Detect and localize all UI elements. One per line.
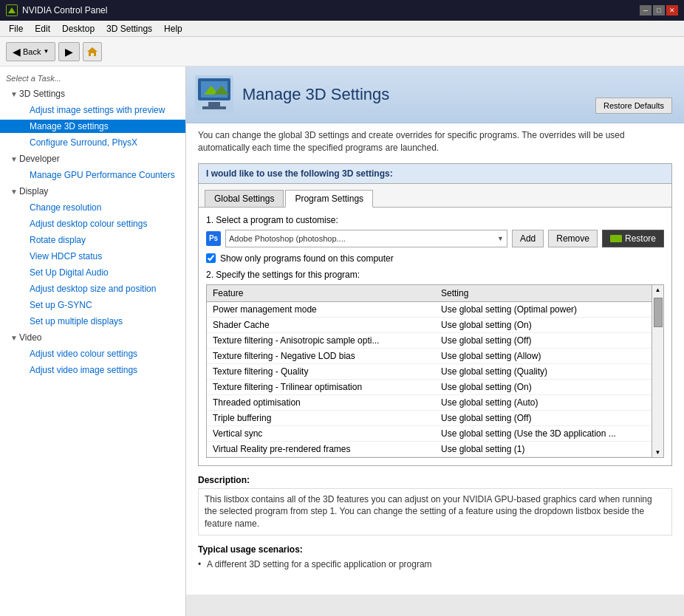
table-cell-feature: Power management mode	[207, 301, 435, 317]
back-label: Back	[23, 47, 41, 56]
tab-global-settings[interactable]: Global Settings	[205, 190, 284, 207]
tree-item-video-colour[interactable]: Adjust video colour settings	[0, 346, 185, 362]
table-row[interactable]: Texture filtering - Trilinear optimisati…	[207, 379, 663, 394]
settings-box: I would like to use the following 3D set…	[198, 163, 672, 466]
table-row[interactable]: Shader CacheUse global setting (On)	[207, 317, 663, 332]
menu-edit[interactable]: Edit	[29, 22, 56, 35]
back-button[interactable]: ◀ Back ▼	[6, 42, 55, 61]
table-scrollbar[interactable]: ▲ ▼	[651, 285, 663, 457]
dropdown-arrow-icon: ▼	[497, 235, 504, 242]
tree-label-manage-3d: Manage 3D settings	[30, 121, 109, 131]
tree-label-video-image: Adjust video image settings	[30, 365, 137, 375]
tree-label-desktop-size: Adjust desktop size and position	[30, 284, 156, 294]
add-button[interactable]: Add	[512, 230, 544, 247]
photoshop-icon: Ps	[206, 231, 221, 246]
tree-item-adjust-desktop-colour[interactable]: Adjust desktop colour settings	[0, 216, 185, 232]
home-icon	[86, 46, 98, 58]
tree-item-manage-gpu[interactable]: Manage GPU Performance Counters	[0, 167, 185, 183]
tree-item-adjust-image[interactable]: Adjust image settings with preview	[0, 102, 185, 118]
usage-section: Typical usage scenarios: A different 3D …	[198, 544, 672, 569]
tree-item-gsync[interactable]: Set up G-SYNC	[0, 297, 185, 313]
maximize-button[interactable]: □	[653, 5, 665, 16]
tree-item-configure-surround[interactable]: Configure Surround, PhysX	[0, 134, 185, 151]
menu-3d-settings[interactable]: 3D Settings	[100, 22, 158, 35]
expand-icon-display: ▼	[9, 188, 19, 196]
table-row[interactable]: Texture filtering - Anisotropic sample o…	[207, 332, 663, 348]
tree-item-manage-3d[interactable]: Manage 3D settings	[0, 118, 185, 134]
scrollbar-thumb[interactable]	[654, 298, 663, 327]
table-cell-feature: Texture filtering - Anisotropic sample o…	[207, 332, 435, 348]
tree-item-desktop-size[interactable]: Adjust desktop size and position	[0, 281, 185, 297]
table-row[interactable]: Virtual Reality pre-rendered framesUse g…	[207, 441, 663, 456]
table-row[interactable]: Power management modeUse global setting …	[207, 301, 663, 317]
table-cell-feature: Threaded optimisation	[207, 394, 435, 410]
page-title: Manage 3D Settings	[242, 85, 586, 104]
tab-program-settings[interactable]: Program Settings	[285, 190, 373, 208]
table-header-setting: Setting	[435, 285, 651, 302]
description-label: Description:	[198, 475, 672, 485]
tree-item-video-image[interactable]: Adjust video image settings	[0, 362, 185, 378]
tree-label-gsync: Set up G-SYNC	[30, 300, 92, 310]
table-cell-setting: Use global setting (Use the 3D applicati…	[435, 425, 651, 441]
show-only-checkbox[interactable]	[206, 253, 216, 263]
page-header-icon	[195, 75, 233, 114]
table-row[interactable]: Vertical syncUse global setting (Use the…	[207, 425, 663, 441]
content-description: You can change the global 3D settings an…	[198, 123, 672, 163]
tree-item-view-hdcp[interactable]: View HDCP status	[0, 248, 185, 264]
menu-file[interactable]: File	[3, 22, 29, 35]
tree-item-developer[interactable]: ▼ Developer	[0, 151, 185, 167]
table-cell-setting: Use global setting (1)	[435, 441, 651, 456]
tab-content-program: 1. Select a program to customise: Ps Ado…	[199, 208, 671, 465]
table-cell-setting: Use global setting (On)	[435, 379, 651, 394]
table-cell-feature: Texture filtering - Quality	[207, 363, 435, 379]
table-row[interactable]: Texture filtering - QualityUse global se…	[207, 363, 663, 379]
tabs-container: Global Settings Program Settings	[199, 184, 671, 208]
program-dropdown[interactable]: Adobe Photoshop (photoshop.... ▼	[225, 230, 507, 247]
tree-label-configure-surround: Configure Surround, PhysX	[30, 137, 137, 148]
usage-label: Typical usage scenarios:	[198, 544, 672, 555]
settings-table-container: Feature Setting Power management modeUse…	[206, 284, 664, 458]
table-cell-feature: Texture filtering - Trilinear optimisati…	[207, 379, 435, 394]
home-button[interactable]	[83, 42, 102, 61]
tree-item-display[interactable]: ▼ Display	[0, 183, 185, 199]
menu-help[interactable]: Help	[158, 22, 188, 35]
tree-item-multiple-displays[interactable]: Set up multiple displays	[0, 313, 185, 329]
table-row[interactable]: Threaded optimisationUse global setting …	[207, 394, 663, 410]
table-row[interactable]: Triple bufferingUse global setting (Off)	[207, 410, 663, 425]
tree-label-digital-audio: Set Up Digital Audio	[30, 267, 109, 278]
settings-table: Feature Setting Power management modeUse…	[207, 285, 663, 457]
checkbox-row: Show only programs found on this compute…	[206, 253, 664, 264]
forward-button[interactable]: ▶	[58, 42, 80, 61]
svg-rect-8	[208, 102, 220, 106]
scrollbar-up-arrow[interactable]: ▲	[654, 285, 663, 295]
expand-icon-dev: ▼	[9, 155, 19, 163]
restore-button[interactable]: Restore	[602, 230, 664, 247]
table-cell-setting: Use global setting (Off)	[435, 410, 651, 425]
usage-items-container: A different 3D setting for a specific ap…	[198, 559, 672, 569]
tree-item-digital-audio[interactable]: Set Up Digital Audio	[0, 264, 185, 281]
tree-label-adjust-desktop-colour: Adjust desktop colour settings	[30, 219, 147, 229]
tree-item-change-resolution[interactable]: Change resolution	[0, 199, 185, 216]
tree-label-manage-gpu: Manage GPU Performance Counters	[30, 170, 175, 180]
tree-item-video[interactable]: ▼ Video	[0, 329, 185, 346]
tree-item-rotate-display[interactable]: Rotate display	[0, 232, 185, 248]
sidebar-task-label: Select a Task...	[0, 71, 185, 86]
close-button[interactable]: ✕	[666, 5, 678, 16]
content-area: Manage 3D Settings Restore Defaults You …	[186, 66, 684, 616]
app-icon	[6, 4, 18, 16]
restore-defaults-button[interactable]: Restore Defaults	[595, 97, 672, 114]
tree-label-video: Video	[19, 332, 41, 343]
tree-label-display: Display	[19, 186, 48, 196]
page-header: Manage 3D Settings Restore Defaults	[186, 66, 684, 123]
show-only-label[interactable]: Show only programs found on this compute…	[220, 253, 394, 264]
remove-button[interactable]: Remove	[548, 230, 598, 247]
scrollbar-down-arrow[interactable]: ▼	[654, 448, 663, 457]
table-row[interactable]: Texture filtering - Negative LOD biasUse…	[207, 348, 663, 363]
menu-desktop[interactable]: Desktop	[56, 22, 100, 35]
description-section: Description: This listbox contains all o…	[198, 475, 672, 535]
select-program-label: 1. Select a program to customise:	[206, 215, 664, 225]
minimize-button[interactable]: ─	[640, 5, 651, 16]
specify-settings-label: 2. Specify the settings for this program…	[206, 270, 664, 280]
tree-item-3d-settings[interactable]: ▼ 3D Settings	[0, 86, 185, 102]
main-layout: Select a Task... ▼ 3D Settings Adjust im…	[0, 66, 684, 616]
